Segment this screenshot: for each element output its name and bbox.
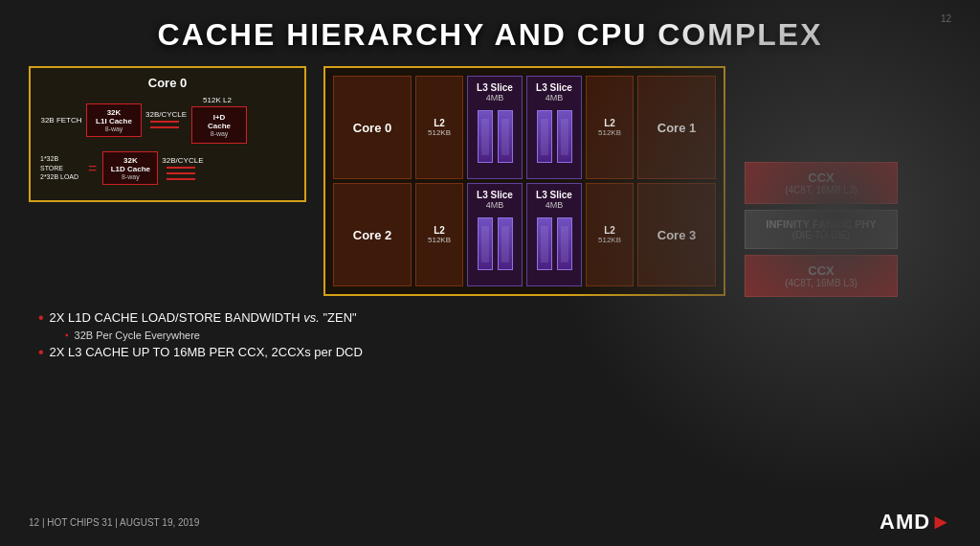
legend-fabric-title: INFINITY FABRIC PHY [755, 218, 887, 230]
l3-bar-3 [537, 110, 552, 163]
l3-bars-left-1 [478, 217, 513, 270]
l2-cache-size: 8-way [200, 130, 238, 137]
store-label: 1*32B STORE2*32B LOAD [40, 154, 82, 182]
amd-text: AMD [880, 510, 930, 535]
slide-number: 12 [941, 13, 951, 24]
l3-left-0: L3 Slice 4MB [467, 76, 523, 179]
l3-bars-right-1 [537, 217, 572, 270]
core0-cell: Core 0 [333, 76, 412, 179]
l3-bar-8 [557, 217, 572, 270]
l2-cache-name: I+D [200, 113, 238, 122]
bullet-2-text: 2X L3 CACHE UP TO 16MB PER CCX, 2CCXs pe… [50, 345, 363, 359]
legend-ccx-top-sub: (4C8T, 16MB L3) [755, 185, 887, 195]
main-content: Core 0 32B FETCH 32K L1I Cache 8-way 32B… [29, 66, 951, 297]
l3-bars-right-0 [537, 110, 572, 163]
bullet-2: 2X L3 CACHE UP TO 16MB PER CCX, 2CCXs pe… [38, 345, 951, 360]
l3-bar-7 [537, 217, 552, 270]
l3-right-1: L3 Slice 4MB [526, 183, 582, 286]
legend-ccx-bottom-sub: (4C8T, 16MB L3) [755, 278, 887, 288]
page-title: CACHE HIERARCHY AND CPU COMPLEX [29, 17, 951, 53]
amd-logo: AMD ► [880, 510, 951, 535]
core1-cell: Core 1 [637, 76, 716, 179]
l2-label-top: 512K L2 [203, 96, 232, 104]
footer-text: 12 | HOT CHIPS 31 | AUGUST 19, 2019 [29, 517, 199, 528]
l2-cache-box: I+D Cache 8-way [191, 106, 247, 144]
core2-cell: Core 2 [333, 183, 412, 286]
red-line-2 [150, 126, 179, 128]
eq-sign: = [88, 160, 97, 177]
l2-left-1: L2 512KB [415, 183, 463, 286]
legend-ccx-bottom-title: CCX [755, 263, 887, 278]
red-line-3 [167, 167, 195, 169]
legend-fabric-sub: (DIE-TO-DIE) [755, 230, 887, 240]
red-line-1 [150, 121, 179, 123]
ccx-row-0: Core 0 L2 512KB L3 Slice 4MB [333, 76, 716, 179]
core3-cell: Core 3 [637, 183, 716, 286]
l2-cache-name2: Cache [200, 122, 238, 130]
l3-bar-2 [498, 110, 513, 163]
ccx-outer-box: Core 0 L2 512KB L3 Slice 4MB [323, 66, 725, 296]
l1i-cache-box: 32K L1I Cache 8-way [86, 103, 142, 137]
l3-left-1: L3 Slice 4MB [467, 183, 523, 286]
l1d-cache-name: L1D Cache [109, 165, 151, 173]
l2-left-0: L2 512KB [415, 76, 463, 179]
cycle1-label: 32B/CYCLE [145, 110, 184, 119]
l2-right-0: L2 512KB [586, 76, 634, 179]
l1i-cache-name: 32K [93, 108, 135, 117]
l1d-cache-size: 8-way [109, 173, 151, 180]
fetch-row: 32B FETCH 32K L1I Cache 8-way 32B/CYCLE … [40, 96, 295, 144]
ccx-row-1: Core 2 L2 512KB L3 Slice 4MB [333, 183, 716, 286]
amd-arrow-icon: ► [930, 510, 951, 535]
store-row: 1*32B STORE2*32B LOAD = 32K L1D Cache 8-… [40, 151, 295, 185]
red-line-5 [167, 178, 195, 180]
bullet-1: 2X L1D CACHE LOAD/STORE BANDWIDTH vs. "Z… [38, 310, 951, 326]
right-section: Core 0 L2 512KB L3 Slice 4MB [323, 66, 898, 297]
l1i-cache-name2: L1I Cache [93, 117, 135, 125]
core0-detail-box: Core 0 32B FETCH 32K L1I Cache 8-way 32B… [29, 66, 306, 202]
l3-bars-left-0 [478, 110, 513, 163]
l3-right-0: L3 Slice 4MB [526, 76, 582, 179]
l1d-cache-box: 32K L1D Cache 8-way [102, 151, 158, 185]
legend-fabric: INFINITY FABRIC PHY (DIE-TO-DIE) [745, 210, 898, 249]
l2-right-1: L2 512KB [586, 183, 634, 286]
l3-bar-6 [498, 217, 513, 270]
footer: 12 | HOT CHIPS 31 | AUGUST 19, 2019 AMD … [29, 510, 951, 535]
legend-ccx-top-title: CCX [755, 171, 887, 185]
l1d-top: 32K [109, 156, 151, 165]
slide: 12 CACHE HIERARCHY AND CPU COMPLEX Core … [0, 0, 980, 546]
core0-detail-title: Core 0 [40, 76, 295, 90]
bullet-1-sub-text: 32B Per Cycle Everywhere [75, 330, 200, 341]
fetch-label: 32B FETCH [40, 116, 82, 125]
bullet-1-text: 2X L1D CACHE LOAD/STORE BANDWIDTH vs. "Z… [50, 310, 357, 325]
legend-ccx-top: CCX (4C8T, 16MB L3) [745, 162, 898, 204]
l3-bar-5 [478, 217, 493, 270]
legend-area: CCX (4C8T, 16MB L3) INFINITY FABRIC PHY … [745, 162, 898, 297]
l3-bar-4 [557, 110, 572, 163]
ccx-rows: Core 0 L2 512KB L3 Slice 4MB [333, 76, 716, 286]
l1i-cache-size: 8-way [93, 125, 135, 132]
cycle2-label: 32B/CYCLE [162, 156, 200, 165]
l3-bar-1 [478, 110, 493, 163]
legend-ccx-bottom: CCX (4C8T, 16MB L3) [745, 255, 898, 297]
red-line-4 [167, 172, 195, 174]
bullet-1-sub: 32B Per Cycle Everywhere [65, 330, 951, 341]
bullets-section: 2X L1D CACHE LOAD/STORE BANDWIDTH vs. "Z… [29, 310, 951, 360]
